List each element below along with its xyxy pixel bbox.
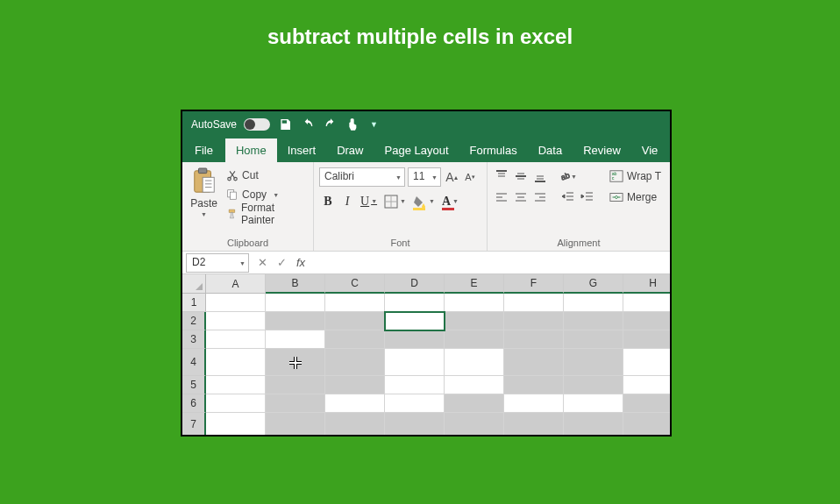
format-painter-button[interactable]: Format Painter [224, 205, 308, 223]
formula-input[interactable] [310, 253, 670, 273]
cell-H1[interactable] [623, 294, 670, 312]
cell-H6[interactable] [623, 394, 670, 413]
column-header-D[interactable]: D [385, 274, 445, 294]
cell-H2[interactable] [623, 312, 670, 330]
underline-button[interactable]: U▼ [358, 192, 380, 211]
cell-D7[interactable] [385, 413, 445, 437]
cell-G6[interactable] [564, 394, 623, 413]
cell-A4[interactable] [206, 349, 266, 376]
cell-C5[interactable] [325, 376, 385, 394]
cell-E2[interactable] [445, 312, 504, 330]
tab-insert[interactable]: Insert [277, 138, 327, 162]
align-left-button[interactable] [493, 188, 510, 206]
save-icon[interactable] [277, 117, 293, 132]
cell-A7[interactable] [206, 413, 266, 437]
cell-B4[interactable] [266, 349, 325, 376]
cell-F1[interactable] [504, 294, 564, 312]
cut-button[interactable]: Cut [224, 167, 308, 184]
font-size-select[interactable]: 11▼ [408, 167, 441, 187]
tab-home[interactable]: Home [225, 138, 277, 162]
name-box[interactable]: D2▼ [186, 253, 249, 273]
column-header-H[interactable]: H [623, 274, 670, 294]
cell-E1[interactable] [445, 294, 504, 312]
cell-D5[interactable] [385, 376, 445, 394]
wrap-text-button[interactable]: abc Wrap T [606, 167, 665, 185]
column-header-E[interactable]: E [445, 274, 504, 294]
cell-C1[interactable] [325, 294, 385, 312]
tab-file[interactable]: File [182, 138, 225, 162]
bold-button[interactable]: B [319, 192, 337, 211]
cell-A1[interactable] [206, 294, 266, 312]
font-color-button[interactable]: A▼ [439, 192, 461, 211]
cell-G1[interactable] [564, 294, 623, 312]
orientation-button[interactable]: ab▼ [559, 167, 577, 185]
row-header-1[interactable]: 1 [182, 294, 206, 312]
cell-F2[interactable] [504, 312, 564, 330]
fx-button[interactable]: fx [291, 253, 310, 273]
enter-formula-button[interactable]: ✓ [272, 253, 291, 273]
cell-G2[interactable] [564, 312, 623, 330]
tab-review[interactable]: Review [573, 138, 631, 162]
italic-button[interactable]: I [338, 192, 356, 211]
cell-A6[interactable] [206, 394, 266, 413]
align-center-button[interactable] [512, 188, 530, 206]
cell-E3[interactable] [445, 330, 504, 349]
cell-C2[interactable] [325, 312, 385, 330]
cell-E5[interactable] [445, 376, 504, 394]
autosave-toggle[interactable] [244, 118, 270, 131]
row-header-3[interactable]: 3 [182, 330, 206, 349]
merge-button[interactable]: Merge [606, 188, 665, 206]
qat-dropdown-icon[interactable]: ▼ [370, 120, 378, 129]
row-header-4[interactable]: 4 [182, 349, 206, 376]
cell-D6[interactable] [385, 394, 445, 413]
paste-button[interactable]: Paste ▼ [188, 165, 220, 237]
cell-C6[interactable] [325, 394, 385, 413]
cell-B6[interactable] [266, 394, 325, 413]
cell-B7[interactable] [266, 413, 325, 437]
column-header-C[interactable]: C [325, 274, 385, 294]
row-header-7[interactable]: 7 [182, 413, 206, 437]
cell-D1[interactable] [385, 294, 445, 312]
cell-F7[interactable] [504, 413, 564, 437]
tab-formulas[interactable]: Formulas [459, 138, 528, 162]
cell-G5[interactable] [564, 376, 623, 394]
align-right-button[interactable] [531, 188, 549, 206]
cell-B3[interactable] [266, 330, 325, 349]
cell-H4[interactable] [623, 349, 670, 376]
touch-mode-icon[interactable] [345, 117, 361, 132]
cell-E6[interactable] [445, 394, 504, 413]
align-top-button[interactable] [493, 167, 510, 185]
decrease-indent-button[interactable] [559, 188, 577, 206]
cell-E7[interactable] [445, 413, 504, 437]
row-header-6[interactable]: 6 [182, 394, 206, 413]
tab-data[interactable]: Data [528, 138, 573, 162]
cell-D2[interactable] [385, 312, 445, 330]
cell-D4[interactable] [385, 349, 445, 376]
font-name-select[interactable]: Calibri▼ [319, 167, 405, 187]
cell-D3[interactable] [385, 330, 445, 349]
redo-icon[interactable] [323, 117, 338, 132]
cell-A2[interactable] [206, 312, 266, 330]
column-header-F[interactable]: F [504, 274, 564, 294]
column-header-G[interactable]: G [564, 274, 623, 294]
cell-B5[interactable] [266, 376, 325, 394]
select-all-button[interactable] [182, 274, 206, 294]
cell-F5[interactable] [504, 376, 564, 394]
row-header-5[interactable]: 5 [182, 376, 206, 394]
tab-draw[interactable]: Draw [326, 138, 374, 162]
align-bottom-button[interactable] [531, 167, 549, 185]
cell-F6[interactable] [504, 394, 564, 413]
undo-icon[interactable] [300, 117, 316, 132]
column-header-B[interactable]: B [266, 274, 325, 294]
spreadsheet-grid[interactable]: 1234567 ABCDEFGH [182, 274, 670, 437]
cell-C4[interactable] [325, 349, 385, 376]
cell-A5[interactable] [206, 376, 266, 394]
row-header-2[interactable]: 2 [182, 312, 206, 330]
cell-E4[interactable] [445, 349, 504, 376]
cell-B2[interactable] [266, 312, 325, 330]
cell-C3[interactable] [325, 330, 385, 349]
cell-H7[interactable] [623, 413, 670, 437]
cell-C7[interactable] [325, 413, 385, 437]
increase-indent-button[interactable] [579, 188, 596, 206]
align-middle-button[interactable] [512, 167, 530, 185]
